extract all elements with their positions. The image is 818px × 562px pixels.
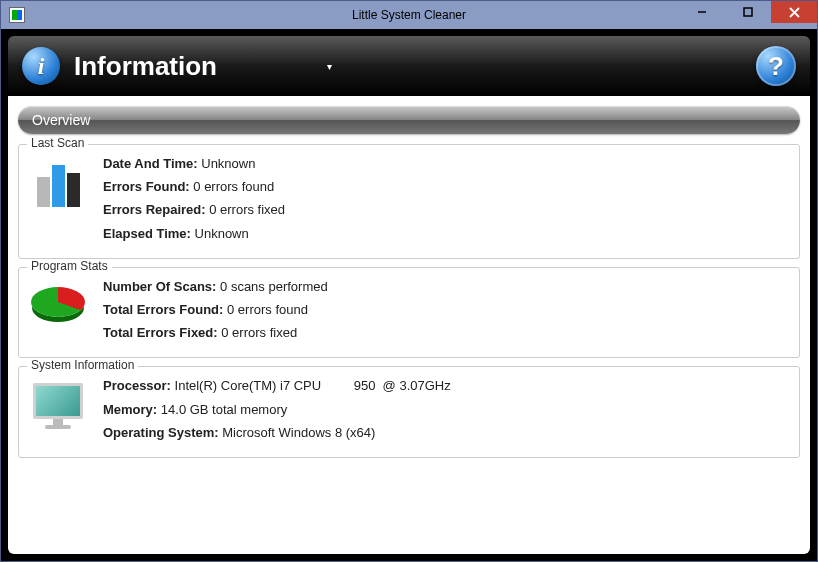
maximize-icon — [743, 7, 753, 17]
group-title-system-info: System Information — [27, 358, 138, 372]
page-title: Information — [74, 51, 217, 82]
overview-header: Overview — [18, 106, 800, 134]
overview-label: Overview — [32, 112, 90, 128]
row-total-fixed: Total Errors Fixed: 0 errors fixed — [103, 324, 789, 342]
window-controls — [679, 1, 817, 23]
group-title-last-scan: Last Scan — [27, 136, 88, 150]
titlebar[interactable]: Little System Cleaner — [1, 1, 817, 29]
monitor-icon — [29, 377, 87, 435]
window-title: Little System Cleaner — [352, 8, 466, 22]
close-icon — [789, 7, 800, 18]
minimize-icon — [697, 7, 707, 17]
row-num-scans: Number Of Scans: 0 scans performed — [103, 278, 789, 296]
help-icon: ? — [768, 51, 784, 82]
header-bar: i Information ▾ ? — [8, 36, 810, 96]
app-window: Little System Cleaner i Information ▾ ? … — [0, 0, 818, 562]
row-errors-repaired: Errors Repaired: 0 errors fixed — [103, 201, 789, 219]
row-errors-found: Errors Found: 0 errors found — [103, 178, 789, 196]
svg-rect-4 — [37, 177, 50, 207]
row-memory: Memory: 14.0 GB total memory — [103, 401, 789, 419]
group-program-stats: Program Stats Number Of Scans: 0 scans p… — [18, 267, 800, 359]
row-os: Operating System: Microsoft Windows 8 (x… — [103, 424, 789, 442]
main-panel: Overview Last Scan Date And Time: Unknow… — [8, 96, 810, 554]
pie-chart-icon — [29, 278, 87, 336]
bar-chart-icon — [29, 155, 87, 213]
svg-rect-5 — [52, 165, 65, 207]
help-button[interactable]: ? — [756, 46, 796, 86]
content-area: i Information ▾ ? Overview Last Scan — [1, 29, 817, 561]
group-title-program-stats: Program Stats — [27, 259, 112, 273]
group-last-scan: Last Scan Date And Time: Unknown Errors … — [18, 144, 800, 259]
minimize-button[interactable] — [679, 1, 725, 23]
svg-rect-6 — [67, 173, 80, 207]
menu-dropdown-arrow[interactable]: ▾ — [327, 61, 332, 72]
info-icon: i — [22, 47, 60, 85]
row-total-found: Total Errors Found: 0 errors found — [103, 301, 789, 319]
svg-rect-1 — [744, 8, 752, 16]
row-elapsed-time: Elapsed Time: Unknown — [103, 225, 789, 243]
close-button[interactable] — [771, 1, 817, 23]
group-system-info: System Information Processor: Intel(R) C… — [18, 366, 800, 458]
maximize-button[interactable] — [725, 1, 771, 23]
row-processor: Processor: Intel(R) Core(TM) i7 CPU 950 … — [103, 377, 789, 395]
row-date-time: Date And Time: Unknown — [103, 155, 789, 173]
app-icon — [9, 7, 25, 23]
